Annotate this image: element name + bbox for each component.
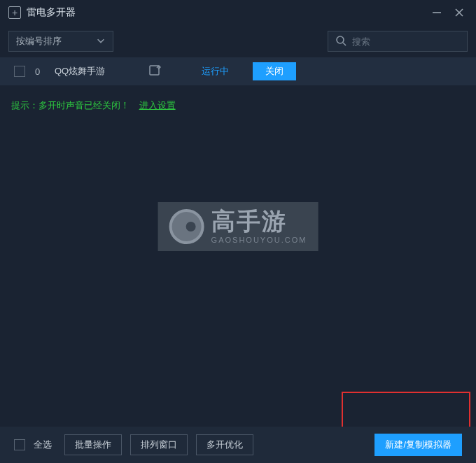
select-all-checkbox[interactable] [14, 439, 25, 450]
row-index: 0 [35, 66, 45, 77]
svg-line-4 [343, 43, 346, 45]
chevron-down-icon [96, 36, 106, 48]
bottombar: 全选 批量操作 排列窗口 多开优化 新建/复制模拟器 [0, 427, 476, 463]
new-clone-button[interactable]: 新建/复制模拟器 [374, 434, 462, 456]
watermark-subtext: GAOSHOUYOU.COM [211, 236, 307, 244]
arrange-button[interactable]: 排列窗口 [130, 434, 188, 455]
sort-dropdown[interactable]: 按编号排序 [8, 31, 113, 52]
search-input[interactable] [352, 36, 470, 47]
close-emulator-button[interactable]: 关闭 [253, 62, 296, 80]
batch-button[interactable]: 批量操作 [64, 434, 122, 455]
hint-settings-link[interactable]: 进入设置 [139, 100, 176, 111]
emulator-row: 0 QQ炫舞手游 运行中 关闭 [0, 57, 476, 85]
hint-row: 提示：多开时声音已经关闭！ 进入设置 [0, 85, 476, 120]
watermark-text: 高手游 [211, 209, 287, 234]
watermark-logo-icon [169, 209, 204, 244]
app-icon [8, 6, 21, 19]
window-title: 雷电多开器 [27, 6, 76, 19]
toolbar: 按编号排序 [0, 25, 476, 57]
row-status: 运行中 [202, 65, 229, 78]
search-icon [335, 35, 346, 48]
minimize-button[interactable] [428, 4, 445, 21]
select-all-label: 全选 [34, 439, 52, 451]
search-box[interactable] [328, 31, 468, 52]
edit-icon[interactable] [148, 64, 161, 79]
sort-dropdown-label: 按编号排序 [16, 35, 62, 48]
close-button[interactable] [451, 4, 468, 21]
hint-text: 提示：多开时声音已经关闭！ [11, 100, 130, 111]
optimize-button[interactable]: 多开优化 [196, 434, 253, 455]
row-checkbox[interactable] [14, 66, 25, 77]
row-name: QQ炫舞手游 [55, 65, 139, 78]
titlebar: 雷电多开器 [0, 0, 476, 25]
svg-point-3 [337, 36, 344, 43]
watermark: 高手游 GAOSHOUYOU.COM [158, 202, 318, 251]
